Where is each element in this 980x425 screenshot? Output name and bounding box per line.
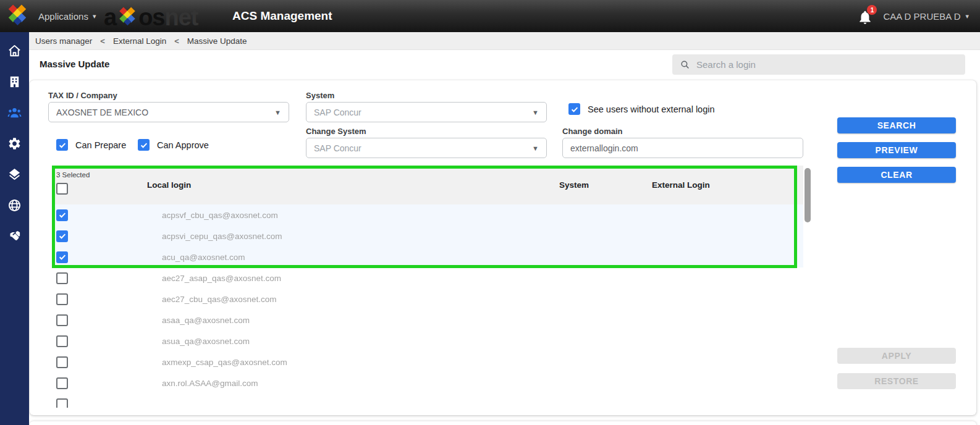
table-row: acu_qa@axosnet.com: [52, 246, 803, 267]
row-checkbox[interactable]: [56, 293, 68, 305]
chevron-down-icon: ▼: [532, 109, 539, 116]
breadcrumb-separator: <: [174, 36, 179, 46]
change-system-label: Change System: [306, 127, 366, 136]
column-header-external-login: External Login: [652, 180, 710, 190]
row-checkbox[interactable]: [56, 335, 68, 347]
select-all-checkbox[interactable]: [56, 183, 68, 195]
table-header: 3 Selected Local login System External L…: [52, 166, 803, 204]
row-checkbox[interactable]: [56, 398, 68, 408]
preview-button[interactable]: PREVIEW: [837, 142, 956, 158]
selected-count: 3 Selected: [56, 171, 90, 179]
change-domain-label: Change domain: [562, 127, 623, 136]
table-row: axn.rol.ASAA@gmail.com: [52, 372, 803, 393]
search-button[interactable]: SEARCH: [837, 117, 956, 133]
logins-table: 3 Selected Local login System External L…: [52, 166, 803, 408]
can-prepare-checkbox[interactable]: [56, 139, 68, 151]
notification-count-badge: 1: [867, 5, 877, 15]
can-prepare-checkbox-row: Can Prepare: [56, 139, 126, 151]
search-input[interactable]: [696, 59, 958, 70]
globe-web-icon[interactable]: [7, 198, 22, 212]
tax-id-select[interactable]: AXOSNET DE MEXICO ▼: [48, 102, 289, 122]
change-system-value: SAP Concur: [314, 143, 532, 153]
next-panel-edge: [30, 421, 976, 425]
chevron-down-icon: ▾: [965, 12, 969, 20]
table-body: acpsvf_cbu_qas@axosnet.comacpsvi_cepu_qa…: [52, 204, 803, 408]
table-row: axmexp_csap_qas@axosnet.com: [52, 351, 803, 372]
row-local-login: acu_qa@axosnet.com: [162, 253, 245, 262]
row-checkbox[interactable]: [56, 251, 68, 263]
row-local-login: aec27_cbu_qas@axosnet.com: [162, 295, 277, 304]
table-row: [52, 393, 803, 408]
change-domain-input[interactable]: [562, 138, 803, 158]
applications-label: Applications: [38, 11, 88, 22]
table-scrollbar-thumb[interactable]: [805, 168, 811, 222]
table-row: asaa_qa@axosnet.com: [52, 309, 803, 330]
row-checkbox[interactable]: [56, 314, 68, 326]
can-approve-checkbox[interactable]: [138, 139, 150, 151]
row-local-login: acpsvf_cbu_qas@axosnet.com: [162, 211, 278, 220]
notifications-bell-icon[interactable]: 1: [857, 7, 874, 25]
chevron-down-icon: ▾: [93, 12, 96, 20]
breadcrumb-massive-update[interactable]: Massive Update: [187, 36, 247, 46]
logo-text-os: os: [138, 4, 164, 31]
chevron-down-icon: ▼: [274, 109, 281, 116]
system-label: System: [306, 91, 334, 100]
apply-button[interactable]: APPLY: [837, 348, 956, 364]
settings-gear-icon[interactable]: [7, 136, 22, 151]
row-local-login: axn.rol.ASAA@gmail.com: [162, 379, 258, 388]
table-row: aec27_cbu_qas@axosnet.com: [52, 288, 803, 309]
row-local-login: asua_qa@axosnet.com: [162, 337, 250, 346]
system-value: SAP Concur: [314, 107, 532, 117]
can-prepare-label: Can Prepare: [75, 140, 126, 150]
company-building-icon[interactable]: [7, 74, 22, 89]
row-checkbox[interactable]: [56, 356, 68, 368]
row-checkbox[interactable]: [56, 209, 68, 221]
page-title: Massive Update: [40, 59, 109, 69]
table-row: acpsvf_cbu_qas@axosnet.com: [52, 204, 803, 225]
axosnet-wordmark: a osnet: [104, 1, 198, 33]
breadcrumb-users-manager[interactable]: Users manager: [35, 36, 92, 46]
see-users-checkbox-row: See users without external login: [568, 103, 715, 115]
logo-text-net: net: [165, 4, 198, 31]
acs-management-window: Applications ▾ a osnet ACS Management 1 …: [0, 0, 980, 425]
logo-x-pinwheel-icon: [117, 7, 138, 28]
table-row: aec27_asap_qas@axosnet.com: [52, 267, 803, 288]
users-icon[interactable]: [7, 105, 22, 120]
row-checkbox[interactable]: [56, 272, 68, 284]
table-row: acpsvi_cepu_qas@axosnet.com: [52, 225, 803, 246]
layers-icon[interactable]: [7, 167, 22, 182]
system-select[interactable]: SAP Concur ▼: [306, 102, 547, 122]
breadcrumb-external-login[interactable]: External Login: [113, 36, 166, 46]
search-icon: [680, 59, 690, 70]
user-area: 1 CAA D PRUEBA D ▾: [857, 0, 969, 32]
chevron-down-icon: ▼: [532, 145, 539, 152]
applications-dropdown[interactable]: Applications ▾: [38, 0, 96, 32]
restore-button[interactable]: RESTORE: [837, 373, 956, 389]
tax-id-label: TAX ID / Company: [48, 91, 117, 100]
user-menu[interactable]: CAA D PRUEBA D ▾: [883, 11, 969, 22]
column-header-local-login: Local login: [147, 180, 191, 190]
logo-text-a: a: [104, 4, 116, 31]
row-checkbox[interactable]: [56, 230, 68, 242]
can-approve-checkbox-row: Can Approve: [138, 139, 209, 151]
clear-button[interactable]: CLEAR: [837, 167, 956, 183]
breadcrumb-separator: <: [100, 36, 105, 46]
user-name-label: CAA D PRUEBA D: [883, 11, 960, 22]
column-header-system: System: [559, 180, 589, 190]
left-nav-sidebar: [0, 32, 29, 425]
row-local-login: acpsvi_cepu_qas@axosnet.com: [162, 232, 282, 241]
see-users-checkbox[interactable]: [568, 103, 580, 115]
change-system-select[interactable]: SAP Concur ▼: [306, 138, 547, 158]
axosnet-pinwheel-logo-icon[interactable]: [6, 4, 29, 28]
row-local-login: aec27_asap_qas@axosnet.com: [162, 274, 281, 283]
table-row: asua_qa@axosnet.com: [52, 330, 803, 351]
home-icon[interactable]: [7, 43, 22, 58]
row-local-login: asaa_qa@axosnet.com: [162, 316, 250, 325]
app-title: ACS Management: [232, 0, 332, 32]
massive-update-panel: TAX ID / Company AXOSNET DE MEXICO ▼ Sys…: [30, 80, 976, 415]
breadcrumb: Users manager < External Login < Massive…: [29, 32, 980, 50]
row-checkbox[interactable]: [56, 377, 68, 389]
handshake-partners-icon[interactable]: [7, 229, 22, 243]
see-users-label: See users without external login: [588, 104, 715, 114]
login-search-box: [672, 54, 965, 75]
